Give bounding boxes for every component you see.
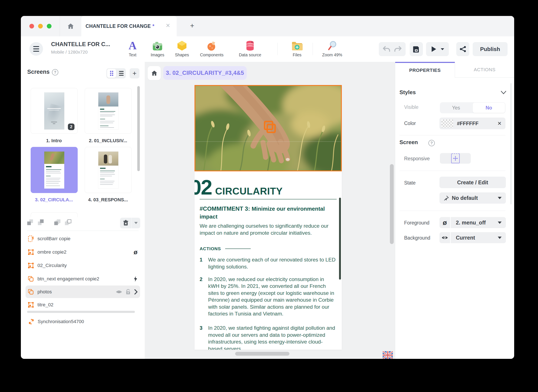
- tab-properties[interactable]: PROPERTIES: [395, 62, 455, 78]
- screen-thumbnail-partial[interactable]: [31, 212, 78, 218]
- delete-options-button[interactable]: [132, 218, 140, 228]
- tool-zoom[interactable]: Zoom 49%: [318, 40, 347, 57]
- layer-row-photos-selected[interactable]: photos: [26, 285, 140, 298]
- hamburger-menu-button[interactable]: [29, 42, 43, 56]
- screen-thumbnail-inclusivity[interactable]: [85, 88, 132, 134]
- share-button[interactable]: [456, 42, 469, 56]
- minimize-traffic-light[interactable]: [38, 24, 43, 28]
- background-visibility-button[interactable]: [439, 232, 450, 243]
- screen-label[interactable]: 2. 01_INCLUSIV...: [85, 138, 131, 144]
- layer-row-circularity[interactable]: 02_Circularity: [26, 259, 140, 272]
- play-icon[interactable]: [431, 46, 437, 52]
- bring-to-front-icon[interactable]: [65, 219, 72, 226]
- screen-label-selected[interactable]: 3. 02_CIRCULA...: [31, 197, 77, 203]
- grid-view-button[interactable]: [107, 69, 116, 78]
- synchronisation-row[interactable]: Synchronisation54700: [28, 319, 84, 325]
- save-button[interactable]: [410, 42, 423, 56]
- language-flag-uk[interactable]: [383, 351, 393, 359]
- send-to-back-icon[interactable]: [54, 219, 62, 226]
- screen-breadcrumb-pill[interactable]: 3. 02_CIRCULARITY_#3,4&5: [163, 66, 247, 80]
- app-window: CHANTELLE FOR CHANGE * ✕ + CHANTELLE FOR…: [21, 16, 514, 359]
- project-device-label: Mobile / 1280x720: [51, 50, 88, 55]
- layer-row-scrollbar[interactable]: scrollBarr copie: [26, 232, 140, 245]
- home-tab[interactable]: [60, 16, 82, 36]
- foreground-dropdown[interactable]: 2. menu_off: [451, 217, 506, 228]
- tool-data-source[interactable]: Data source: [235, 40, 265, 57]
- text-tool-icon: A: [119, 40, 146, 51]
- screen-label[interactable]: 4. 03_RESPONS...: [85, 197, 131, 203]
- tool-shapes[interactable]: Shapes: [169, 40, 195, 57]
- document-scrollbar[interactable]: [339, 198, 341, 280]
- grid-view-icon: [110, 71, 113, 76]
- canvas-home-button[interactable]: [148, 66, 161, 80]
- visible-no-option[interactable]: No: [473, 103, 505, 113]
- save-icon: [413, 46, 419, 52]
- sync-icon: [28, 319, 34, 325]
- camera-icon: [144, 40, 171, 51]
- layer-row-ombre[interactable]: ombre copie2 ø: [26, 245, 140, 259]
- hexagon-icon: [169, 40, 195, 51]
- tool-files[interactable]: Files: [284, 40, 310, 57]
- screens-help-icon[interactable]: ?: [52, 69, 58, 75]
- redo-icon[interactable]: [393, 46, 402, 53]
- document-body: 02 CIRCULARITY #COMMITMENT 3: Minimize o…: [200, 171, 337, 350]
- action-item: 3 In 2020, we started fighting against d…: [200, 325, 337, 350]
- close-tab-icon[interactable]: ✕: [166, 23, 170, 28]
- clear-color-icon[interactable]: ✕: [497, 121, 502, 126]
- chevron-down-icon[interactable]: [501, 91, 506, 95]
- preview-dropdown-caret[interactable]: [441, 48, 444, 50]
- color-value-chip[interactable]: #FFFFFF ✕: [439, 117, 505, 129]
- duplicate-overlay-icon: [264, 121, 276, 133]
- inspector-tabs: PROPERTIES ACTIONS: [395, 62, 514, 78]
- visible-yes-option[interactable]: Yes: [440, 102, 472, 113]
- screen-label[interactable]: 1. Intro: [31, 138, 77, 144]
- window-tab-bar: CHANTELLE FOR CHANGE * ✕ +: [21, 16, 514, 37]
- screen-thumbnail-intro[interactable]: 2: [31, 88, 78, 134]
- send-backward-icon[interactable]: [27, 219, 34, 226]
- create-edit-state-button[interactable]: Create / Edit: [439, 177, 506, 188]
- caret-down-icon: [134, 222, 138, 224]
- default-state-dropdown[interactable]: No default: [439, 192, 506, 204]
- responsive-arrows-icon: [451, 154, 460, 163]
- database-icon: [235, 40, 265, 51]
- zoom-traffic-light[interactable]: [47, 24, 52, 28]
- publish-button[interactable]: Publish: [473, 42, 508, 56]
- tool-components[interactable]: Components: [199, 40, 225, 57]
- tool-text[interactable]: A Text: [119, 40, 146, 57]
- background-label: Background: [404, 235, 430, 241]
- visible-eye-icon[interactable]: [116, 289, 122, 294]
- tab-actions[interactable]: ACTIONS: [455, 62, 514, 78]
- layers-horizontal-scrollbar[interactable]: [27, 311, 135, 313]
- tool-images[interactable]: Images: [144, 40, 171, 57]
- close-traffic-light[interactable]: [29, 24, 34, 28]
- screen-thumbnail-circularity-selected[interactable]: [31, 147, 78, 193]
- properties-scrollbar[interactable]: [510, 83, 512, 204]
- bring-forward-icon[interactable]: [38, 219, 45, 226]
- delete-layer-button[interactable]: [120, 218, 132, 228]
- responsive-button[interactable]: [440, 153, 471, 164]
- foreground-visibility-button[interactable]: ø: [439, 217, 450, 228]
- screen-help-icon[interactable]: ?: [428, 140, 435, 146]
- canvas-horizontal-scrollbar[interactable]: [235, 352, 290, 356]
- screen-thumbnail-responsibility[interactable]: [85, 147, 132, 193]
- canvas-vertical-scrollbar[interactable]: [390, 164, 394, 244]
- caret-down-icon: [498, 222, 502, 224]
- screen-preview: [44, 152, 64, 189]
- layer-row-titre[interactable]: titre_02: [26, 298, 140, 311]
- state-label: State: [404, 180, 416, 186]
- list-view-button[interactable]: [117, 68, 126, 79]
- undo-icon[interactable]: [382, 46, 391, 53]
- new-tab-icon[interactable]: +: [190, 21, 194, 30]
- screens-scrollbar[interactable]: [137, 86, 140, 171]
- add-screen-button[interactable]: +: [130, 68, 139, 79]
- unsaved-marker: *: [152, 23, 154, 29]
- unlock-icon[interactable]: [126, 289, 131, 295]
- hidden-eye-icon[interactable]: ø: [134, 249, 138, 255]
- document-page[interactable]: 02 CIRCULARITY #COMMITMENT 3: Minimize o…: [195, 85, 342, 350]
- layer-row-btn-next[interactable]: btn_next engagement copie2: [26, 272, 140, 285]
- background-dropdown[interactable]: Current: [451, 232, 506, 243]
- section-number: 02: [195, 178, 212, 197]
- chevron-right-icon[interactable]: [134, 289, 138, 294]
- pin-icon: [444, 196, 449, 201]
- project-tab[interactable]: CHANTELLE FOR CHANGE * ✕: [81, 16, 177, 36]
